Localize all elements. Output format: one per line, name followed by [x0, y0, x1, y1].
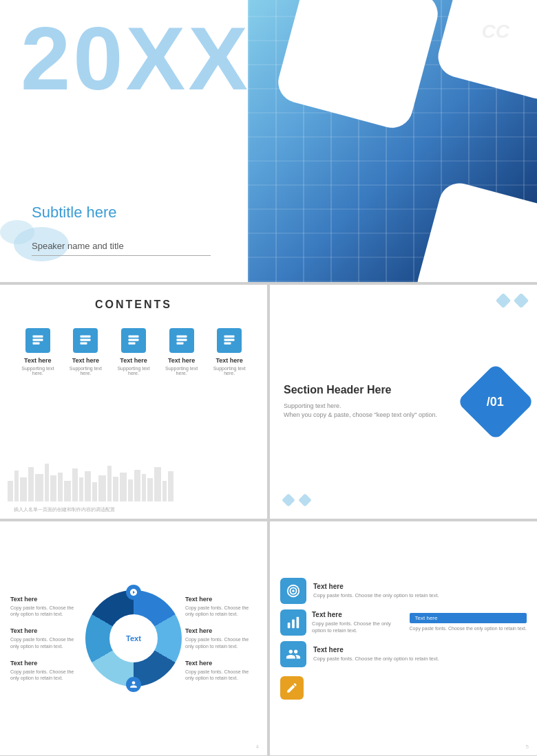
svg-rect-3 — [81, 336, 91, 338]
right-item-2: Text here Copy paste fonts. Choose the o… — [185, 627, 257, 649]
deco-diamond-4 — [298, 493, 312, 507]
left-item-3: Text here Copy paste fonts. Choose the o… — [10, 660, 82, 681]
deco-diamond-1 — [496, 293, 512, 309]
section-content: Section Header Here Supporting text here… — [284, 384, 454, 419]
chart-icon-box — [280, 609, 306, 636]
contents-item-label-4: Text here — [168, 357, 195, 364]
blue-bar-body: Copy paste fonts. Choose the only option… — [410, 625, 527, 631]
right-item-1: Text here Copy paste fonts. Choose the o… — [185, 596, 257, 617]
contents-item-label-5: Text here — [215, 357, 242, 364]
svg-rect-1 — [32, 339, 43, 341]
svg-rect-12 — [224, 336, 235, 338]
svg-rect-0 — [32, 336, 43, 338]
section-supporting-2: When you copy & paste, choose "keep text… — [284, 411, 454, 420]
section-header-label: Section Header Here — [284, 384, 454, 396]
blue-bar-label: Text here — [410, 613, 527, 623]
circle-inner-text: Text — [109, 614, 158, 662]
blue-bar-section: Text here Copy paste fonts. Choose the o… — [410, 613, 527, 631]
pencil-icon-row — [280, 676, 527, 700]
icon-row-2: Text here Copy paste fonts. Choose the o… — [280, 609, 527, 636]
contents-item-4: Text here Supporting text here. — [161, 328, 202, 376]
slide-3-section-header: Section Header Here Supporting text here… — [270, 285, 537, 519]
circle-ring: Text — [85, 590, 182, 687]
icon-row-3-text: Text here Copy paste fonts. Choose the o… — [313, 646, 527, 662]
speaker-text: Speaker name and title — [32, 241, 211, 256]
svg-rect-2 — [32, 343, 39, 345]
contents-item-sub-4: Supporting text here. — [161, 366, 202, 376]
svg-rect-9 — [176, 336, 187, 338]
contents-title: CONTENTS — [14, 299, 253, 311]
contents-item-sub-1: Supporting text here. — [17, 366, 59, 376]
slide-5-icon-list: Text here Copy paste fonts. Choose the o… — [270, 521, 537, 755]
svg-point-17 — [292, 590, 295, 592]
contents-icon-2 — [73, 328, 98, 353]
deco-diamond-3 — [282, 493, 295, 507]
page-num-5: 5 — [526, 744, 529, 750]
left-item-2: Text here Copy paste fonts. Choose the o… — [10, 627, 82, 649]
slide-4-circular: Text here Copy paste fonts. Choose the o… — [0, 521, 267, 755]
ring-icon-top — [126, 585, 141, 600]
contents-item-label-3: Text here — [120, 357, 147, 364]
pencil-icon-box — [280, 676, 304, 700]
city-skyline — [0, 464, 267, 501]
subtitle-text: Subtitle here — [32, 204, 117, 222]
ring-icon-bottom — [126, 677, 141, 692]
slide-2-contents: CONTENTS Text here Supporting text here.… — [0, 285, 267, 519]
svg-rect-4 — [81, 339, 91, 341]
photo-area — [248, 0, 537, 282]
svg-rect-10 — [176, 339, 187, 341]
deco-diamonds-bottom-left — [284, 495, 310, 505]
icon-row-3: Text here Copy paste fonts. Choose the o… — [280, 641, 527, 667]
svg-rect-5 — [81, 343, 87, 345]
left-items: Text here Copy paste fonts. Choose the o… — [10, 596, 82, 681]
contents-item-label-2: Text here — [72, 357, 99, 364]
contents-icon-1 — [25, 328, 50, 353]
target-icon-box — [280, 578, 306, 604]
section-number-badge: /01 — [456, 363, 534, 440]
icon-rows: Text here Copy paste fonts. Choose the o… — [280, 532, 527, 745]
svg-rect-19 — [292, 619, 295, 628]
contents-items: Text here Supporting text here. Text her… — [14, 328, 253, 376]
badge-number: /01 — [487, 395, 504, 409]
contents-item-1: Text here Supporting text here. — [17, 328, 59, 376]
right-items: Text here Copy paste fonts. Choose the o… — [185, 596, 257, 681]
deco-diamonds-top-right — [498, 295, 527, 306]
contents-item-2: Text here Supporting text here. — [65, 328, 106, 376]
contents-item-5: Text here Supporting text here. — [209, 328, 250, 376]
icon-row-1-text: Text here Copy paste fonts. Choose the o… — [313, 583, 527, 599]
page-num-4: 4 — [256, 744, 259, 750]
svg-rect-7 — [128, 339, 138, 341]
people-icon-box — [280, 641, 306, 667]
svg-rect-13 — [224, 339, 235, 341]
contents-item-label-1: Text here — [24, 357, 51, 364]
right-item-3: Text here Copy paste fonts. Choose the o… — [185, 660, 257, 681]
svg-rect-18 — [288, 623, 291, 628]
icon-row-2-left-text: Text here Copy paste fonts. Choose the o… — [312, 611, 404, 634]
slide-1: 20XX Subtitle here Speaker name and titl… — [0, 0, 537, 282]
svg-rect-14 — [224, 343, 231, 345]
contents-icon-4 — [169, 328, 194, 353]
contents-item-sub-5: Supporting text here. — [209, 366, 250, 376]
icon-row-1: Text here Copy paste fonts. Choose the o… — [280, 578, 527, 604]
contents-icon-5 — [217, 328, 242, 353]
svg-rect-6 — [128, 336, 138, 338]
svg-rect-20 — [297, 616, 299, 628]
circular-layout: Text here Copy paste fonts. Choose the o… — [10, 532, 257, 745]
deco-diamond-2 — [514, 293, 529, 309]
contents-icon-3 — [121, 328, 146, 353]
svg-rect-11 — [176, 343, 183, 345]
left-item-1: Text here Copy paste fonts. Choose the o… — [10, 596, 82, 617]
center-circle: Text — [85, 590, 182, 687]
svg-rect-8 — [128, 343, 135, 345]
year-text: 20XX — [21, 14, 251, 103]
section-supporting-1: Supporting text here. — [284, 402, 454, 411]
contents-item-sub-3: Supporting text here. — [113, 366, 154, 376]
contents-item-3: Text here Supporting text here. — [113, 328, 154, 376]
contents-item-sub-2: Supporting text here. — [65, 366, 106, 376]
slide2-footer: 插入人名单一页面的创建和制作内容的调适配置 — [14, 506, 115, 513]
deco-blob-left2 — [0, 220, 34, 244]
